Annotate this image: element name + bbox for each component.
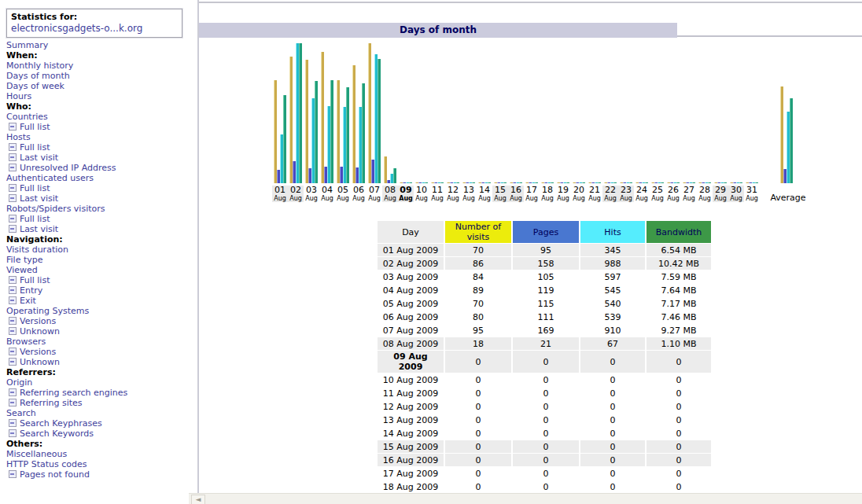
month-label: Aug [367,195,382,202]
sidebar-link-search[interactable]: Search [6,408,36,418]
sidebar-item-versions: Versions [6,316,189,326]
sidebar-link-hours[interactable]: Hours [6,91,31,101]
sidebar-link-unknown[interactable]: Unknown [20,326,60,337]
day-group-20 [571,43,587,183]
cell-visits: 86 [445,257,511,270]
cell-visits: 0 [445,373,511,386]
average-bars [780,43,793,183]
sidebar-link-referring-sites[interactable]: Referring sites [20,398,83,408]
sidebar-link-last-visit[interactable]: Last visit [20,153,58,163]
day-group-05 [335,43,351,183]
sidebar-link-authenticated-users[interactable]: Authenticated users [6,173,94,183]
sidebar-link-pages-not-found[interactable]: Pages not found [20,469,90,480]
sidebar-link-versions[interactable]: Versions [20,347,56,357]
cell-pages: 0 [513,480,579,493]
sidebar-link-full-list[interactable]: Full list [20,183,50,193]
sidebar-link-full-list[interactable]: Full list [20,122,50,132]
day-number: 02 [288,186,304,195]
sidebar-link-origin[interactable]: Origin [6,377,32,388]
sidebar-item-exit: Exit [6,296,189,306]
cell-pages: 111 [513,311,579,323]
sidebar-item-search: Search [6,408,189,418]
sidebar-item-full-list: Full list [6,183,189,193]
sidebar-item-summary: Summary [6,40,189,50]
sidebar-link-browsers[interactable]: Browsers [6,337,46,347]
bullet-icon [9,348,17,355]
sidebar-section-label: Referrers: [6,367,56,377]
day-group-17 [524,43,540,183]
sidebar-link-last-visit[interactable]: Last visit [20,224,58,234]
sidebar-link-viewed[interactable]: Viewed [6,265,38,275]
day-label-29: 29Aug [713,186,728,202]
month-label: Aug [492,195,508,202]
sidebar-link-entry[interactable]: Entry [20,285,42,296]
month-label: Aug [634,195,650,202]
sidebar-link-versions[interactable]: Versions [20,316,56,326]
bullet-icon [9,296,17,304]
month-label: Aug [351,195,367,202]
day-number: 18 [540,186,555,195]
sidebar-link-hosts[interactable]: Hosts [6,132,31,142]
day-group-07 [367,43,382,183]
sidebar-item-visits-duration: Visits duration [6,245,189,255]
chart-bar-bw [393,168,396,183]
cell-hits: 0 [580,387,645,399]
sidebar-link-last-visit[interactable]: Last visit [20,193,58,204]
sidebar-item-referring-sites: Referring sites [6,398,189,408]
sidebar-link-days-of-week[interactable]: Days of week [6,81,64,91]
day-label-11: 11Aug [429,186,445,202]
sidebar-link-days-of-month[interactable]: Days of month [6,71,70,81]
day-group-12 [445,43,461,183]
bullet-icon [9,184,17,192]
day-number: 23 [618,186,634,195]
col-header-pages: Pages [513,221,579,243]
horizontal-scrollbar[interactable]: ◄ [189,493,862,504]
day-group-19 [555,43,571,183]
cell-pages: 0 [513,400,579,413]
sidebar-link-full-list[interactable]: Full list [20,142,50,153]
day-group-21 [587,43,602,183]
sidebar-link-referring-search-engines[interactable]: Referring search engines [20,388,127,398]
sidebar-link-file-type[interactable]: File type [6,255,42,265]
sidebar-link-visits-duration[interactable]: Visits duration [6,245,68,255]
sidebar-link-unknown[interactable]: Unknown [20,357,60,367]
sidebar-link-operating-systems[interactable]: Operating Systems [6,306,89,316]
cell-day: 16 Aug 2009 [378,454,444,466]
sidebar-link-full-list[interactable]: Full list [20,214,50,224]
day-number: 22 [602,186,618,195]
cell-hits: 0 [580,480,645,493]
chart-bar-bw [692,182,695,183]
cell-hits: 0 [580,414,645,426]
cell-hits: 0 [580,351,645,373]
sidebar-link-unresolved-ip-address[interactable]: Unresolved IP Address [20,163,116,173]
day-label-16: 16Aug [508,186,524,202]
sidebar-link-miscellaneous[interactable]: Miscellaneous [6,449,67,459]
sidebar-link-exit[interactable]: Exit [20,296,36,306]
month-label: Aug [304,195,319,202]
sidebar-link-countries[interactable]: Countries [6,112,48,122]
day-label-24: 24Aug [634,186,650,202]
chart-bar-bw [315,81,318,183]
cell-hits: 0 [580,427,645,440]
chart-bar-bw [519,182,522,183]
sidebar-link-search-keyphrases[interactable]: Search Keyphrases [20,418,102,429]
sidebar-link-monthly-history[interactable]: Monthly history [6,61,73,71]
sidebar-link-full-list[interactable]: Full list [20,275,50,285]
scroll-left-button[interactable]: ◄ [191,495,205,504]
cell-visits: 0 [445,387,511,399]
cell-bandwidth: 0 [646,480,711,493]
sidebar-link-summary[interactable]: Summary [6,40,48,50]
sidebar-link-http-status-codes[interactable]: HTTP Status codes [6,459,87,469]
sidebar-link-robots-spiders-visitors[interactable]: Robots/Spiders visitors [6,204,105,214]
sidebar-link-search-keywords[interactable]: Search Keywords [20,429,94,439]
day-number: 03 [304,186,319,195]
month-label: Aug [335,195,351,202]
site-link[interactable]: electronicsgadgets-o...k.org [11,23,178,34]
cell-pages: 0 [513,454,579,466]
chart-bar-bw [724,182,727,183]
day-label-23: 23Aug [618,186,634,202]
cell-day: 04 Aug 2009 [378,284,444,296]
day-group-04 [319,43,335,183]
cell-bandwidth: 9.27 MB [646,324,711,337]
cell-hits: 988 [580,257,645,270]
